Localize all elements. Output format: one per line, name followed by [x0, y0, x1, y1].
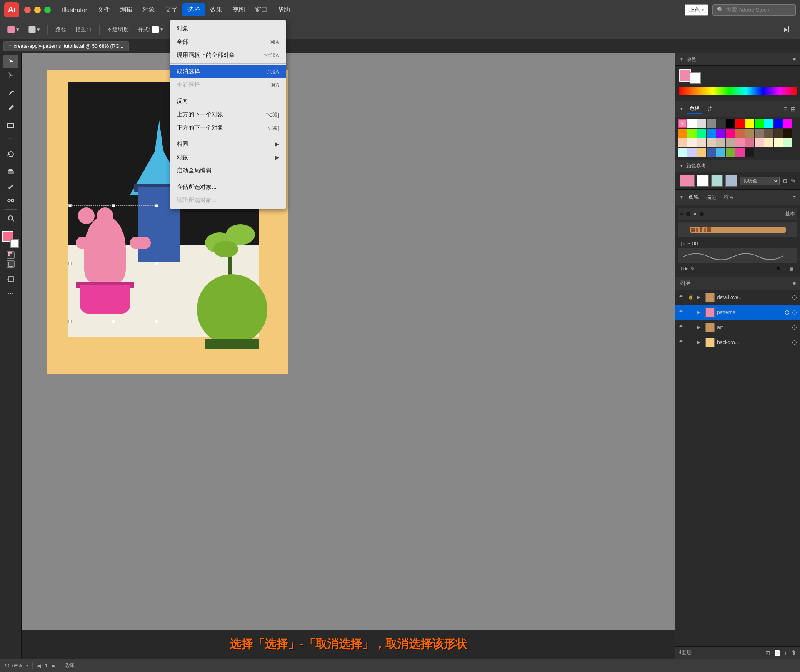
- type-tool[interactable]: T: [3, 133, 18, 147]
- layer-eye-2[interactable]: 👁: [679, 324, 685, 331]
- canvas-area[interactable]: 选择「选择」-「取消选择」，取消选择该形状: [22, 53, 675, 659]
- swatch-color-42[interactable]: [735, 148, 745, 157]
- swatch-color-27[interactable]: [707, 138, 716, 147]
- swatch-color-29[interactable]: [726, 138, 735, 147]
- minimize-button[interactable]: [34, 7, 41, 13]
- dd-item-上方的下一个对象[interactable]: 上方的下一个对象⌥⌘]: [170, 108, 286, 121]
- menu-help[interactable]: 帮助: [272, 3, 295, 16]
- direct-select-tool[interactable]: [3, 69, 18, 82]
- ref-settings-icon[interactable]: ⚙: [782, 177, 788, 185]
- swatch-color-13[interactable]: [688, 129, 697, 138]
- bg-swatch[interactable]: [690, 72, 701, 84]
- dd-item-启动全局编辑[interactable]: 启动全局编辑: [170, 164, 286, 177]
- menu-illustrator[interactable]: Illustrator: [57, 4, 92, 16]
- brush-preset-1[interactable]: [680, 213, 683, 215]
- stroke-indicator[interactable]: ▾: [25, 24, 43, 35]
- handle-ml[interactable]: [68, 262, 72, 265]
- layer-lock-0[interactable]: 🔒: [688, 294, 695, 301]
- swatch-color-17[interactable]: [726, 129, 735, 138]
- swatch-color-34[interactable]: [774, 138, 783, 147]
- handle-tl[interactable]: [68, 204, 72, 207]
- menu-text[interactable]: 文字: [160, 3, 182, 16]
- shape-tool[interactable]: [3, 119, 18, 132]
- swatch-color-21[interactable]: [764, 129, 773, 138]
- ref-swatch-blue[interactable]: [725, 175, 737, 187]
- stock-search[interactable]: 🔍 搜索 Adobe Stock: [712, 4, 796, 16]
- layer-arrow-2[interactable]: ▶: [697, 325, 703, 330]
- swatch-color-28[interactable]: [716, 138, 725, 147]
- swatch-color-18[interactable]: [735, 129, 745, 138]
- layer-eye-3[interactable]: 👁: [679, 339, 685, 346]
- layer-arrow-1[interactable]: ▶: [697, 310, 703, 315]
- swatch-color-38[interactable]: [697, 148, 706, 157]
- menu-file[interactable]: 文件: [92, 3, 115, 16]
- swatch-color-12[interactable]: [678, 129, 687, 138]
- swatch-color-36[interactable]: [678, 148, 687, 157]
- brush-trash-icon[interactable]: 🗑: [789, 266, 794, 272]
- layer-visibility-circle-1[interactable]: [792, 310, 797, 315]
- swatch-color-1[interactable]: [688, 119, 697, 128]
- swatch-color-2[interactable]: [697, 119, 706, 128]
- swatch-color-11[interactable]: [783, 119, 792, 128]
- pink-cactus[interactable]: [72, 207, 155, 320]
- create-sublayer-icon[interactable]: 📄: [774, 650, 781, 656]
- eyedropper-tool[interactable]: [3, 180, 18, 193]
- layer-lock-2[interactable]: [688, 324, 695, 331]
- handle-bl[interactable]: [68, 320, 72, 323]
- layer-visibility-circle-2[interactable]: [792, 325, 797, 330]
- swatch-color-14[interactable]: [697, 129, 706, 138]
- layer-visibility-circle-3[interactable]: [792, 340, 797, 345]
- swatches-grid-icon[interactable]: ⊞: [791, 106, 796, 112]
- dd-item-全部[interactable]: 全部⌘A: [170, 35, 286, 49]
- fill-color-swatch[interactable]: [8, 26, 15, 33]
- menu-window[interactable]: 窗口: [250, 3, 272, 16]
- zoom-dropdown-icon[interactable]: ▾: [26, 663, 28, 668]
- menu-object[interactable]: 对象: [138, 3, 160, 16]
- brush-delete-icon[interactable]: ✕: [775, 265, 781, 272]
- swatch-pink-special[interactable]: ✕: [678, 119, 687, 128]
- ref-swatch-white[interactable]: [697, 175, 709, 187]
- make-clipping-mask-icon[interactable]: ⊡: [765, 650, 770, 656]
- swatch-color-40[interactable]: [716, 148, 725, 157]
- swatch-color-9[interactable]: [764, 119, 773, 128]
- close-button[interactable]: [24, 7, 31, 13]
- dd-item-反向[interactable]: 反向: [170, 95, 286, 108]
- swatch-color-30[interactable]: [735, 138, 745, 147]
- brush-tab-stroke[interactable]: 描边: [704, 192, 719, 202]
- handle-tr[interactable]: [155, 204, 158, 207]
- dd-item-现用画板上的全部对象[interactable]: 现用画板上的全部对象⌥⌘A: [170, 49, 286, 62]
- color-mode-btn[interactable]: [7, 251, 15, 259]
- layer-visibility-circle-0[interactable]: [792, 295, 797, 300]
- swatch-color-15[interactable]: [707, 129, 716, 138]
- color-collapse-icon[interactable]: ▼: [680, 57, 684, 62]
- swatch-color-4[interactable]: [716, 119, 725, 128]
- brush-edit-icon[interactable]: ✎: [690, 266, 695, 272]
- file-tab[interactable]: × create-apply-patterns_tutorial.ai @ 50…: [3, 41, 129, 51]
- swatch-color-6[interactable]: [735, 119, 745, 128]
- draw-mode-btn[interactable]: [7, 260, 15, 268]
- swatch-color-7[interactable]: [745, 119, 754, 128]
- swatch-color-23[interactable]: [783, 129, 792, 138]
- handle-br[interactable]: [155, 320, 158, 323]
- more-tools[interactable]: ···: [3, 287, 18, 300]
- nav-prev[interactable]: ◀: [37, 663, 41, 669]
- layer-lock-1[interactable]: [688, 309, 695, 316]
- color-spectrum[interactable]: [679, 87, 797, 95]
- swatches-list-icon[interactable]: ≡: [784, 105, 788, 113]
- style-swatch[interactable]: [152, 26, 159, 33]
- brush-collapse-icon[interactable]: ▼: [680, 195, 684, 200]
- background-color[interactable]: [10, 239, 19, 248]
- brush-tab-symbol[interactable]: 符号: [721, 192, 736, 202]
- layer-eye-0[interactable]: 👁: [679, 294, 685, 301]
- swatch-color-32[interactable]: [755, 138, 764, 147]
- blend-tool[interactable]: [3, 194, 18, 207]
- swatch-color-5[interactable]: [726, 119, 735, 128]
- brush-menu-icon[interactable]: ≡: [792, 194, 796, 200]
- swatch-color-20[interactable]: [755, 129, 764, 138]
- brush-tab-brush[interactable]: 画笔: [686, 192, 701, 202]
- zoom-tool[interactable]: [3, 212, 18, 225]
- swatch-color-19[interactable]: [745, 129, 754, 138]
- delete-layer-icon[interactable]: 🗑: [791, 650, 797, 656]
- swatches-tab-swatches[interactable]: 色板: [687, 104, 702, 114]
- dd-item-对象[interactable]: 对象▶: [170, 151, 286, 164]
